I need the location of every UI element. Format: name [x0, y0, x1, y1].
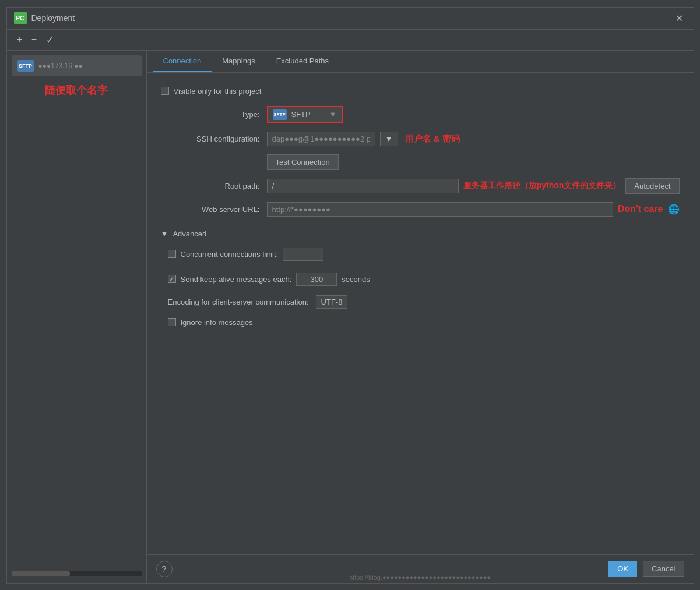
deployment-dialog: PC Deployment ✕ + − ✓ SFTP ●●●173.16.●● …: [6, 7, 694, 584]
visible-only-label: Visible only for this project: [174, 87, 262, 96]
web-url-annotation: Don't care: [618, 204, 663, 214]
sidebar-scrollbar[interactable]: [12, 571, 142, 576]
tab-connection[interactable]: Connection: [153, 51, 212, 72]
web-server-url-label: Web server URL:: [161, 205, 260, 214]
ssh-config-row: ▼: [267, 132, 398, 146]
ignore-row: Ignore info messages: [168, 316, 680, 329]
tab-mappings[interactable]: Mappings: [212, 51, 265, 72]
close-button[interactable]: ✕: [672, 12, 687, 25]
footer-container: ? OK Cancel https://blog.●●●●●●●●●●●●●●●…: [147, 554, 694, 583]
concurrent-input[interactable]: [283, 248, 323, 261]
help-button[interactable]: ?: [156, 561, 173, 577]
web-server-url-row: Web server URL: Don't care 🌐: [161, 202, 680, 217]
cancel-button[interactable]: Cancel: [643, 561, 684, 577]
keep-alive-checkbox[interactable]: [168, 275, 176, 283]
sidebar: SFTP ●●●173.16.●● 随便取个名字: [7, 51, 147, 583]
keep-alive-suffix: seconds: [342, 275, 370, 284]
test-connection-row: Test Connection: [161, 154, 680, 170]
web-url-input-row: Don't care 🌐: [267, 202, 680, 217]
add-button[interactable]: +: [14, 33, 25, 46]
sidebar-item-sftp[interactable]: SFTP ●●●173.16.●●: [12, 55, 142, 76]
root-path-label: Root path:: [161, 182, 260, 190]
visible-only-row: Visible only for this project: [161, 84, 680, 98]
globe-icon: 🌐: [668, 204, 680, 215]
ssh-row: SSH configuration: ▼ 用户名 & 密码: [161, 132, 680, 146]
encoding-row: Encoding for client-server communication…: [168, 295, 680, 309]
ignore-checkbox[interactable]: [168, 318, 176, 326]
advanced-label: Advanced: [173, 229, 206, 238]
advanced-header[interactable]: ▼ Advanced: [161, 229, 680, 238]
ok-button[interactable]: OK: [608, 561, 637, 577]
concurrent-label: Concurrent connections limit:: [181, 250, 279, 259]
concurrent-checkbox[interactable]: [168, 250, 176, 258]
tab-excluded-paths[interactable]: Excluded Paths: [266, 51, 339, 72]
keep-alive-row: Send keep alive messages each: seconds: [168, 270, 680, 288]
root-path-input[interactable]: [267, 179, 459, 193]
sftp-icon: SFTP: [17, 60, 34, 72]
encoding-label: Encoding for client-server communication…: [168, 298, 309, 306]
advanced-collapse-icon: ▼: [161, 229, 168, 238]
root-path-input-row: 服务器工作路径（放python文件的文件夹） Autodetect: [267, 178, 680, 194]
main-content: SFTP ●●●173.16.●● 随便取个名字 Connection Mapp…: [7, 51, 694, 583]
connection-panel: Visible only for this project Type: SFTP…: [147, 73, 694, 554]
root-path-annotation: 服务器工作路径（放python文件的文件夹）: [463, 181, 621, 191]
type-sftp-icon: SFTP: [273, 109, 287, 120]
type-label: Type:: [161, 110, 260, 119]
concurrent-row: Concurrent connections limit:: [168, 245, 680, 263]
sidebar-annotation: 随便取个名字: [12, 79, 142, 102]
ignore-label: Ignore info messages: [181, 318, 253, 327]
title-bar-left: PC Deployment: [14, 12, 75, 24]
app-icon: PC: [14, 12, 27, 24]
type-dropdown[interactable]: SFTP SFTP ▼: [267, 106, 343, 123]
keep-alive-input[interactable]: [296, 273, 337, 286]
keep-alive-label: Send keep alive messages each:: [181, 275, 292, 284]
tab-bar: Connection Mappings Excluded Paths: [147, 51, 694, 73]
minus-button[interactable]: −: [29, 33, 40, 46]
autodetect-button[interactable]: Autodetect: [625, 178, 679, 194]
root-path-row: Root path: 服务器工作路径（放python文件的文件夹） Autode…: [161, 178, 680, 194]
check-button[interactable]: ✓: [43, 33, 57, 47]
title-bar: PC Deployment ✕: [7, 8, 694, 30]
dialog-title: Deployment: [31, 13, 75, 23]
footer-url: https://blog.●●●●●●●●●●●●●●●●●●●●●●●●●●●…: [349, 574, 491, 581]
visible-only-checkbox[interactable]: [161, 87, 169, 95]
type-row: Type: SFTP SFTP ▼: [161, 106, 680, 123]
ssh-label: SSH configuration:: [161, 135, 260, 143]
ssh-dropdown-btn[interactable]: ▼: [380, 132, 398, 146]
right-panel: Connection Mappings Excluded Paths Visib…: [147, 51, 694, 583]
test-connection-button[interactable]: Test Connection: [267, 154, 339, 170]
type-dropdown-arrow: ▼: [329, 110, 337, 119]
toolbar: + − ✓: [7, 30, 694, 51]
ssh-annotation: 用户名 & 密码: [405, 133, 460, 144]
encoding-value: UTF-8: [316, 295, 348, 309]
advanced-body: Concurrent connections limit: Send keep …: [161, 245, 680, 329]
web-server-url-input[interactable]: [267, 202, 613, 217]
sidebar-item-name: ●●●173.16.●●: [38, 62, 83, 70]
ssh-input[interactable]: [267, 132, 375, 146]
advanced-section: ▼ Advanced Concurrent connections limit:: [161, 229, 680, 329]
type-value: SFTP: [291, 110, 311, 119]
